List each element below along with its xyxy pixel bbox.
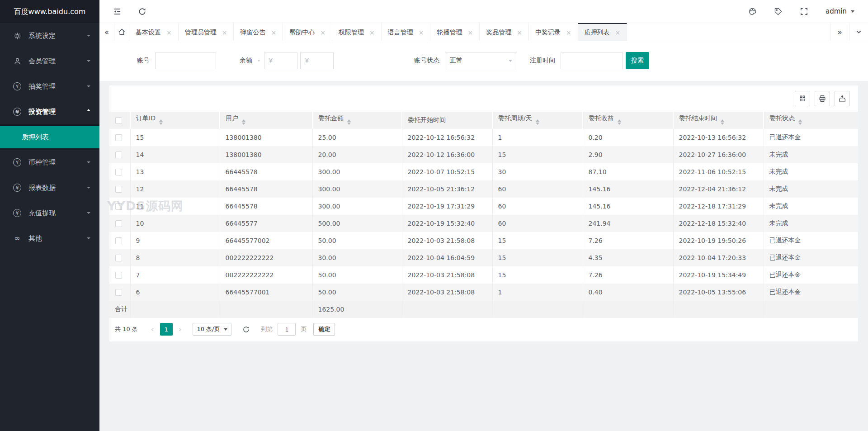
column-header-委托周期/天[interactable]: 委托周期/天 bbox=[492, 112, 583, 129]
close-icon[interactable]: × bbox=[369, 29, 375, 36]
tab-options-button[interactable] bbox=[849, 23, 868, 41]
tab-奖品管理[interactable]: 奖品管理× bbox=[480, 23, 529, 41]
column-header-委托收益[interactable]: 委托收益 bbox=[583, 112, 673, 129]
user-menu[interactable]: admin bbox=[826, 7, 854, 15]
status-label: 账号状态 bbox=[414, 57, 439, 65]
sort-icon[interactable] bbox=[798, 118, 802, 127]
sidebar-item-会员管理[interactable]: 会员管理 bbox=[0, 48, 99, 74]
collapse-sidebar-icon[interactable] bbox=[113, 7, 122, 16]
balance-max-input[interactable] bbox=[300, 52, 334, 69]
close-icon[interactable]: × bbox=[517, 29, 522, 36]
column-header-订单ID[interactable]: 订单ID bbox=[130, 112, 220, 129]
row-checkbox[interactable] bbox=[115, 289, 122, 296]
cell-status: 未完成 bbox=[764, 198, 858, 215]
cell-end: 2022-10-19 19:50:26 bbox=[673, 232, 764, 249]
tag-icon[interactable] bbox=[774, 7, 783, 16]
tab-质押列表[interactable]: 质押列表× bbox=[578, 23, 627, 41]
tab-管理员管理[interactable]: 管理员管理× bbox=[179, 23, 234, 41]
sidebar-item-系统设定[interactable]: 系统设定 bbox=[0, 23, 99, 48]
table-row: 1413800138020.002022-10-12 16:36:00152.9… bbox=[109, 146, 858, 163]
next-page-icon[interactable]: › bbox=[179, 325, 182, 334]
columns-toggle-button[interactable] bbox=[795, 91, 810, 106]
yen-icon: ¥ bbox=[13, 82, 22, 91]
sort-icon[interactable] bbox=[536, 118, 539, 127]
row-checkbox[interactable] bbox=[115, 186, 122, 193]
fullscreen-icon[interactable] bbox=[800, 7, 808, 16]
home-tab-button[interactable] bbox=[114, 23, 129, 41]
tab-语言管理[interactable]: 语言管理× bbox=[382, 23, 431, 41]
sidebar-item-label: 币种管理 bbox=[28, 158, 56, 167]
sort-icon[interactable] bbox=[242, 118, 245, 127]
sidebar-item-投资管理[interactable]: ¥投资管理 bbox=[0, 99, 99, 124]
cell-end: 2022-10-04 17:20:33 bbox=[673, 249, 764, 266]
sidebar-item-充值提现[interactable]: ¥充值提现 bbox=[0, 200, 99, 226]
tab-轮播管理[interactable]: 轮播管理× bbox=[430, 23, 480, 41]
print-button[interactable] bbox=[815, 91, 830, 106]
close-icon[interactable]: × bbox=[615, 29, 621, 36]
tab-弹窗公告[interactable]: 弹窗公告× bbox=[234, 23, 283, 41]
close-icon[interactable]: × bbox=[271, 29, 276, 36]
row-checkbox[interactable] bbox=[115, 220, 122, 227]
sidebar-item-其他[interactable]: ∞其他 bbox=[0, 226, 99, 251]
row-checkbox[interactable] bbox=[115, 152, 122, 158]
balance-min-input[interactable] bbox=[264, 52, 297, 69]
row-checkbox[interactable] bbox=[115, 255, 122, 261]
tab-基本设置[interactable]: 基本设置× bbox=[129, 23, 179, 41]
select-all-checkbox[interactable] bbox=[115, 117, 122, 124]
sort-icon[interactable] bbox=[618, 118, 621, 127]
scroll-tabs-left-button[interactable]: « bbox=[99, 23, 114, 41]
sidebar-item-抽奖管理[interactable]: ¥抽奖管理 bbox=[0, 74, 99, 99]
cell-profit: 145.16 bbox=[583, 198, 673, 215]
goto-page-input[interactable] bbox=[278, 323, 296, 336]
account-status-select[interactable]: 正常 bbox=[445, 52, 517, 69]
tab-权限管理[interactable]: 权限管理× bbox=[332, 23, 382, 41]
close-icon[interactable]: × bbox=[566, 29, 571, 36]
row-checkbox[interactable] bbox=[115, 203, 122, 210]
row-checkbox[interactable] bbox=[115, 237, 122, 244]
column-header-委托状态[interactable]: 委托状态 bbox=[764, 112, 858, 129]
row-checkbox[interactable] bbox=[115, 169, 122, 175]
column-header-委托金额[interactable]: 委托金额 bbox=[312, 112, 402, 129]
cell-end: 2022-10-19 15:34:49 bbox=[673, 266, 764, 284]
theme-palette-icon[interactable] bbox=[748, 7, 757, 16]
cell-amount: 25.00 bbox=[312, 129, 402, 146]
printer-icon bbox=[818, 95, 826, 103]
sort-icon[interactable] bbox=[159, 118, 163, 127]
sort-icon[interactable] bbox=[347, 118, 351, 127]
cell-start: 2022-10-12 16:56:32 bbox=[402, 129, 492, 146]
column-header-委托结束时间[interactable]: 委托结束时间 bbox=[673, 112, 764, 129]
reload-table-icon[interactable] bbox=[242, 326, 250, 333]
cell-period: 1 bbox=[492, 129, 583, 146]
sort-icon[interactable] bbox=[721, 118, 724, 127]
current-page[interactable]: 1 bbox=[160, 323, 173, 336]
sidebar-item-币种管理[interactable]: ¥币种管理 bbox=[0, 150, 99, 175]
close-icon[interactable]: × bbox=[166, 29, 172, 36]
cell-id: 11 bbox=[130, 198, 220, 215]
chevron-down-icon bbox=[87, 85, 90, 89]
close-icon[interactable]: × bbox=[222, 29, 227, 36]
close-icon[interactable]: × bbox=[467, 29, 473, 36]
tab-中奖记录[interactable]: 中奖记录× bbox=[529, 23, 578, 41]
tab-帮助中心[interactable]: 帮助中心× bbox=[283, 23, 332, 41]
account-input[interactable] bbox=[155, 52, 216, 69]
export-button[interactable] bbox=[835, 91, 850, 106]
sidebar-item-label: 会员管理 bbox=[28, 57, 56, 66]
site-logo: 百度www.baidu.com bbox=[0, 0, 99, 23]
confirm-button[interactable]: 确定 bbox=[313, 323, 335, 336]
row-checkbox[interactable] bbox=[115, 272, 122, 279]
sidebar-item-报表数据[interactable]: ¥报表数据 bbox=[0, 175, 99, 200]
close-icon[interactable]: × bbox=[419, 29, 424, 36]
cell-profit: 2.90 bbox=[583, 146, 673, 163]
prev-page-icon[interactable]: ‹ bbox=[151, 325, 154, 334]
column-header-用户[interactable]: 用户 bbox=[220, 112, 312, 129]
sidebar-subitem-质押列表[interactable]: 质押列表 bbox=[0, 126, 99, 148]
scroll-tabs-right-button[interactable]: » bbox=[830, 23, 849, 41]
row-checkbox[interactable] bbox=[115, 134, 122, 141]
chevron-down-icon bbox=[87, 60, 90, 64]
register-time-input[interactable] bbox=[561, 52, 623, 69]
refresh-icon[interactable] bbox=[138, 7, 146, 16]
cell-user: 66445577001 bbox=[220, 284, 312, 301]
page-size-select[interactable]: 10 条/页 bbox=[193, 323, 231, 336]
close-icon[interactable]: × bbox=[320, 29, 326, 36]
search-button[interactable]: 搜索 bbox=[626, 52, 649, 69]
